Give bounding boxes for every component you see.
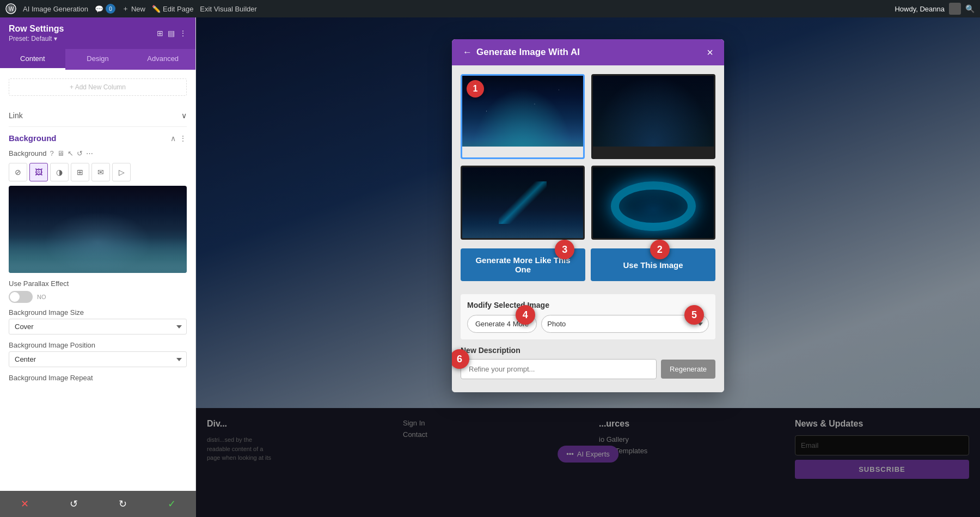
pencil-icon: ✏️ [152, 5, 161, 13]
section-more-icon[interactable]: ⋮ [179, 134, 187, 143]
bg-image-icon[interactable]: 🖼 [29, 163, 48, 181]
step-badge-1: 1 [467, 80, 484, 98]
bg-position-group: Background Image Position Center [9, 341, 187, 367]
link-expand-icon[interactable]: ∨ [181, 111, 187, 120]
style-select[interactable]: Photo Illustration Digital Art Painting [541, 315, 709, 333]
search-icon[interactable]: 🔍 [965, 4, 975, 13]
image-cell-3[interactable] [461, 166, 585, 240]
toggle-row: NO [9, 291, 187, 303]
cancel-button[interactable]: ✕ [8, 494, 42, 514]
bg-label: Background [9, 149, 46, 157]
actions-area: Generate More Like This One Use This Ima… [461, 248, 715, 285]
bg-repeat-group: Background Image Repeat [9, 374, 187, 382]
desc-input-row: 6 Regenerate [461, 359, 715, 379]
parallax-value: NO [37, 294, 46, 300]
layout-icon[interactable]: ▤ [168, 29, 175, 38]
modal-body: 1 [452, 65, 724, 392]
toggle-knob [10, 292, 20, 302]
bg-color-icon[interactable]: ✉ [91, 163, 110, 181]
bg-controls: Background ? 🖥 ↖ ↺ ⋯ [9, 149, 187, 157]
section-controls: ∧ ⋮ [170, 134, 187, 143]
bg-position-label: Background Image Position [9, 341, 187, 349]
bg-size-label: Background Image Size [9, 308, 187, 317]
modal-actions: Generate More Like This One Use This Ima… [461, 248, 715, 285]
image-1-footer [462, 147, 583, 157]
redo-button[interactable]: ↻ [106, 494, 140, 514]
main-content: Div... distri...sed by the readable cont… [196, 17, 980, 517]
comment-count: 0 [106, 4, 115, 14]
bg-desktop-icon[interactable]: 🖥 [57, 149, 64, 157]
panel-subtitle[interactable]: Preset: Default ▾ [9, 35, 64, 42]
edit-page-link[interactable]: ✏️ Edit Page [152, 5, 193, 13]
site-name-link[interactable]: AI Image Generation [23, 5, 88, 13]
save-button[interactable]: ✓ [155, 494, 189, 514]
space-image-2 [593, 76, 714, 147]
panel-title: Row Settings [9, 24, 64, 34]
bg-size-group: Background Image Size Cover [9, 308, 187, 334]
generate-count-button[interactable]: Generate 4 More [467, 315, 537, 333]
exit-builder-link[interactable]: Exit Visual Builder [200, 5, 257, 13]
wordpress-icon[interactable]: W [5, 3, 16, 14]
image-cell-2[interactable] [591, 74, 715, 159]
new-desc-title: New Description [461, 346, 715, 355]
bg-pattern-icon[interactable]: ⊞ [71, 163, 89, 181]
bottom-toolbar: ✕ ↺ ↻ ✓ [0, 491, 196, 517]
generate-more-button[interactable]: Generate More Like This One [461, 248, 585, 281]
bg-video-icon[interactable]: ▷ [112, 163, 131, 181]
bg-none-icon[interactable]: ⊘ [9, 163, 27, 181]
comment-icon: 💬 [95, 5, 103, 13]
admin-bar-left: W AI Image Generation 💬 0 ＋ New ✏️ Edit … [5, 3, 886, 14]
parallax-toggle[interactable] [9, 291, 33, 303]
modify-controls: 4 Generate 4 More Photo Illustration Dig… [467, 315, 709, 333]
back-arrow-icon[interactable]: ← [463, 47, 472, 58]
undo-button[interactable]: ↺ [57, 494, 91, 514]
bg-more-icon[interactable]: ⋯ [86, 149, 93, 157]
bg-size-select[interactable]: Cover [9, 319, 187, 334]
background-section: Background ∧ ⋮ Background ? 🖥 ↖ ↺ ⋯ ⊘ 🖼 … [9, 133, 187, 382]
ai-image-modal: ← Generate Image With AI × 1 [452, 39, 724, 392]
svg-text:W: W [9, 6, 14, 12]
add-column-hint[interactable]: + Add New Column [9, 78, 187, 96]
bg-help-icon[interactable]: ? [50, 149, 53, 157]
bg-cursor-icon[interactable]: ↖ [68, 149, 74, 157]
modify-title: Modify Selected Image [467, 301, 709, 309]
admin-bar: W AI Image Generation 💬 0 ＋ New ✏️ Edit … [0, 0, 980, 17]
link-section: Link ∨ [9, 105, 187, 127]
parallax-row: Use Parallax Effect NO [9, 279, 187, 303]
panel-header-icons: ⊞ ▤ ⋮ [157, 29, 187, 38]
image-grid: 1 [461, 74, 715, 240]
admin-bar-right: Howdy, Deanna 🔍 [895, 3, 975, 15]
panel-title-area: Row Settings Preset: Default ▾ [9, 24, 64, 42]
parallax-label: Use Parallax Effect [9, 279, 187, 288]
link-label[interactable]: Link ∨ [9, 111, 187, 120]
modal-close-button[interactable]: × [707, 47, 713, 58]
bg-reset-icon[interactable]: ↺ [77, 149, 83, 157]
modal-title: ← Generate Image With AI [463, 47, 580, 58]
bg-preview [9, 186, 187, 273]
description-input[interactable] [461, 359, 657, 379]
modal-overlay: ← Generate Image With AI × 1 [196, 17, 980, 517]
space-image-3 [462, 167, 583, 238]
regenerate-button[interactable]: Regenerate [661, 360, 715, 379]
image-cell-1[interactable]: 1 [461, 74, 585, 159]
collapse-icon[interactable]: ∧ [170, 134, 176, 143]
more-icon[interactable]: ⋮ [179, 29, 187, 38]
use-image-button[interactable]: Use This Image [591, 248, 715, 281]
panel-tabs: Content Design Advanced [0, 49, 195, 70]
howdy-text: Howdy, Deanna [895, 5, 945, 13]
tab-content[interactable]: Content [0, 49, 65, 70]
image-cell-4[interactable] [591, 166, 715, 240]
new-link[interactable]: ＋ New [122, 4, 145, 14]
tab-design[interactable]: Design [65, 49, 131, 70]
bg-type-icons: ⊘ 🖼 ◑ ⊞ ✉ ▷ [9, 163, 187, 181]
responsive-icon[interactable]: ⊞ [157, 29, 163, 38]
panel-header: Row Settings Preset: Default ▾ ⊞ ▤ ⋮ [0, 17, 195, 49]
avatar[interactable] [949, 3, 961, 15]
bg-position-select[interactable]: Center [9, 351, 187, 367]
bg-repeat-label: Background Image Repeat [9, 374, 187, 382]
background-title: Background [9, 133, 57, 143]
tab-advanced[interactable]: Advanced [130, 49, 195, 70]
comments-link[interactable]: 💬 0 [95, 4, 115, 14]
bg-gradient-icon[interactable]: ◑ [50, 163, 69, 181]
space-image-4 [593, 167, 714, 238]
